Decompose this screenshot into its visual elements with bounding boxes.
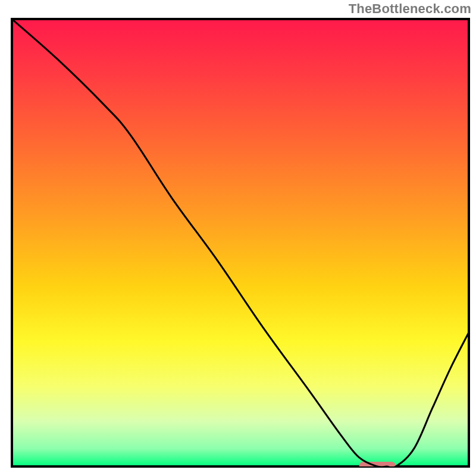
chart-svg — [0, 0, 476, 476]
chart-container: TheBottleneck.com — [0, 0, 476, 476]
gradient-background — [12, 19, 469, 466]
watermark-text: TheBottleneck.com — [349, 1, 471, 17]
